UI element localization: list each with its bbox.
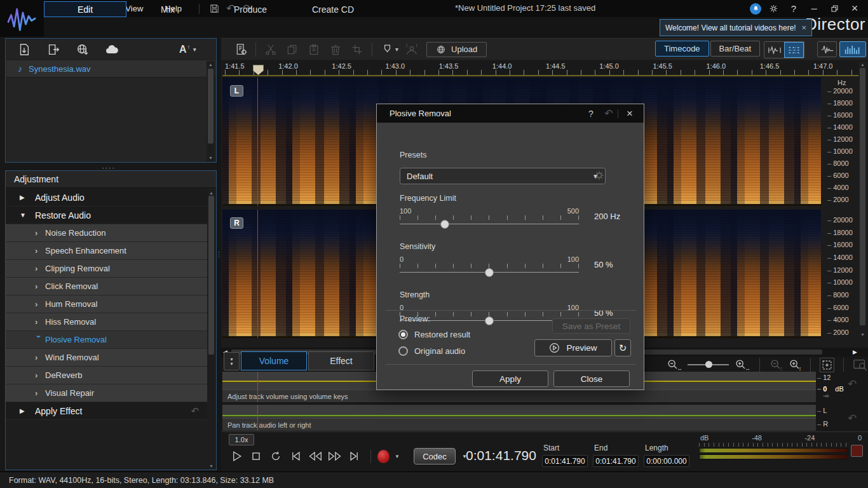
scroll-down-icon[interactable]: ▼ <box>860 332 865 337</box>
help-icon[interactable]: ? <box>785 3 802 15</box>
stop-button[interactable] <box>246 447 266 465</box>
dialog-titlebar[interactable]: Plosive Removal ? ↶ × <box>377 104 644 123</box>
fit-to-window-icon[interactable] <box>820 358 834 372</box>
settings-gear-icon[interactable] <box>765 3 782 15</box>
mode-tab[interactable]: Produce <box>209 1 292 17</box>
barbeat-toggle[interactable]: Bar/Beat <box>710 41 761 57</box>
rewind-button[interactable] <box>305 447 325 465</box>
mode-tab[interactable]: Edit <box>44 1 126 17</box>
adjustment-item[interactable]: Restore Audio ↶ <box>6 207 208 224</box>
crop-trim-icon[interactable] <box>346 41 368 58</box>
timeline-ruler[interactable]: 1:41.51:42.01:42.51:43.01:43.51:44.01:44… <box>222 60 867 76</box>
sidebar-splitter[interactable]: ⋮ <box>217 38 221 470</box>
spectrogram-view-icon[interactable] <box>839 41 866 57</box>
adjustment-item[interactable]: Hiss Removal ↶ <box>6 313 208 331</box>
zoom-slider[interactable] <box>688 364 729 365</box>
cloud-icon[interactable] <box>104 42 119 57</box>
codec-button[interactable]: Codec <box>414 448 456 464</box>
adjustment-scroll-thumb[interactable] <box>208 196 214 355</box>
adjustment-item[interactable]: Wind Removal ↶ <box>6 349 208 367</box>
adjustment-item[interactable]: Adjust Audio ↶ <box>6 189 208 207</box>
pan-keyline[interactable] <box>222 415 816 416</box>
mode-tab[interactable]: Create CD <box>292 1 374 17</box>
minimize-button[interactable]: ─ <box>806 3 822 15</box>
timecode-toggle[interactable]: Timecode <box>655 41 709 57</box>
adjustment-item[interactable]: DeReverb ↶ <box>6 367 208 384</box>
time-field-value[interactable]: 0:01:41.790 <box>593 455 639 467</box>
spectral-edit-icon[interactable] <box>784 42 804 58</box>
time-field-value[interactable]: 0:00:00.000 <box>644 455 689 467</box>
notifications-icon[interactable] <box>750 3 761 15</box>
dialog-reset-icon[interactable]: ↶ <box>601 107 616 120</box>
adjustment-item[interactable]: Plosive Removal ↶ <box>6 331 208 349</box>
collapse-keyframes-icon[interactable]: ▾▾ <box>224 352 240 370</box>
reset-undo-icon[interactable]: ↶ <box>191 405 199 417</box>
cut-icon[interactable] <box>260 41 281 58</box>
spectrogram-scroll-thumb[interactable] <box>860 68 865 325</box>
adjustment-item[interactable]: Visual Repair ↶ <box>6 384 208 402</box>
adjustment-item[interactable]: Speech Enhancement ↶ <box>6 242 208 260</box>
preview-button[interactable]: Preview <box>534 339 612 356</box>
record-options-caret-icon[interactable]: ▼ <box>395 454 400 459</box>
text-to-speech-icon[interactable]: A↑▾ <box>179 44 196 55</box>
go-to-start-button[interactable] <box>285 447 305 465</box>
close-button[interactable]: × <box>846 3 863 15</box>
waveform-edit-icon[interactable] <box>764 42 784 58</box>
adjustment-item[interactable]: Hum Removal ↶ <box>6 295 208 313</box>
slider-thumb[interactable] <box>485 316 494 325</box>
scroll-up-icon[interactable]: ▲ <box>209 190 214 196</box>
play-button[interactable] <box>226 447 246 465</box>
preview-loop-icon[interactable]: ↻ <box>614 339 631 356</box>
waveform-view-icon[interactable] <box>817 41 837 57</box>
media-item-row[interactable]: ♪ Synesthesia.wav <box>6 60 215 78</box>
playback-speed-button[interactable]: 1.0x <box>229 434 254 445</box>
scroll-up-icon[interactable]: ▲ <box>860 62 865 67</box>
mode-tab[interactable]: Mix <box>126 1 209 17</box>
slider-track[interactable] <box>400 268 579 277</box>
export-file-icon[interactable] <box>46 42 61 57</box>
save-as-preset-button[interactable]: Save as Preset <box>552 318 630 334</box>
slider-track[interactable] <box>400 220 579 229</box>
volume-reset-icon[interactable]: ↶ <box>848 377 857 391</box>
spectrogram-scrollbar[interactable]: ▲ ▼ <box>858 61 867 338</box>
scroll-down-icon[interactable]: ▼ <box>209 463 214 469</box>
slider-thumb[interactable] <box>440 220 449 229</box>
ducking-icon[interactable] <box>401 41 423 58</box>
keyframe-tab[interactable]: Effect <box>308 351 374 370</box>
preset-gear-icon[interactable] <box>593 169 606 182</box>
fast-forward-button[interactable] <box>325 447 344 465</box>
marker-caret-icon[interactable]: ▾ <box>395 46 398 53</box>
go-to-end-button[interactable] <box>344 447 364 465</box>
preview-radio[interactable]: Original audio <box>398 342 470 359</box>
delete-icon[interactable] <box>325 41 346 58</box>
scroll-up-icon[interactable]: ▲ <box>208 62 213 67</box>
download-from-web-icon[interactable] <box>75 42 90 57</box>
adjustment-item[interactable]: Noise Reduction ↶ <box>6 224 208 242</box>
upload-button[interactable]: Upload <box>426 42 487 57</box>
dialog-close-icon[interactable]: × <box>622 107 637 120</box>
slider-thumb[interactable] <box>485 268 494 277</box>
zoom-in-vertical-icon[interactable]: ↕ <box>788 358 802 372</box>
zoom-in-horizontal-icon[interactable]: ↔ <box>734 358 750 372</box>
zoom-slider-thumb[interactable] <box>705 361 712 368</box>
marker-icon[interactable] <box>376 41 398 58</box>
close-button[interactable]: Close <box>553 370 630 387</box>
media-scroll-thumb[interactable] <box>208 69 214 144</box>
record-button[interactable] <box>377 450 390 463</box>
apply-button[interactable]: Apply <box>472 370 548 387</box>
pan-reset-icon[interactable]: ↶ <box>848 412 857 425</box>
preview-radio[interactable]: Restored result <box>398 326 470 342</box>
adjustment-item[interactable]: Clipping Removal ↶ <box>6 260 208 278</box>
preview-zoom-icon[interactable] <box>853 358 868 372</box>
preset-dropdown[interactable]: Default ▼ <box>400 168 606 184</box>
loop-button[interactable] <box>266 447 285 465</box>
adjustment-scrollbar[interactable]: ▲ ▼ <box>207 189 215 470</box>
copy-icon[interactable] <box>281 41 303 58</box>
pan-keyframe-lane[interactable]: Pan track audio left or right <box>222 405 816 431</box>
adjustment-item[interactable]: Click Removal ↶ <box>6 278 208 295</box>
import-file-icon[interactable] <box>17 42 32 57</box>
zoom-out-horizontal-icon[interactable]: ↔ <box>666 358 682 372</box>
zoom-out-vertical-icon[interactable]: ↕ <box>769 358 783 372</box>
restore-button[interactable] <box>826 3 843 15</box>
media-scrollbar[interactable]: ▲ ▼ <box>207 61 215 161</box>
